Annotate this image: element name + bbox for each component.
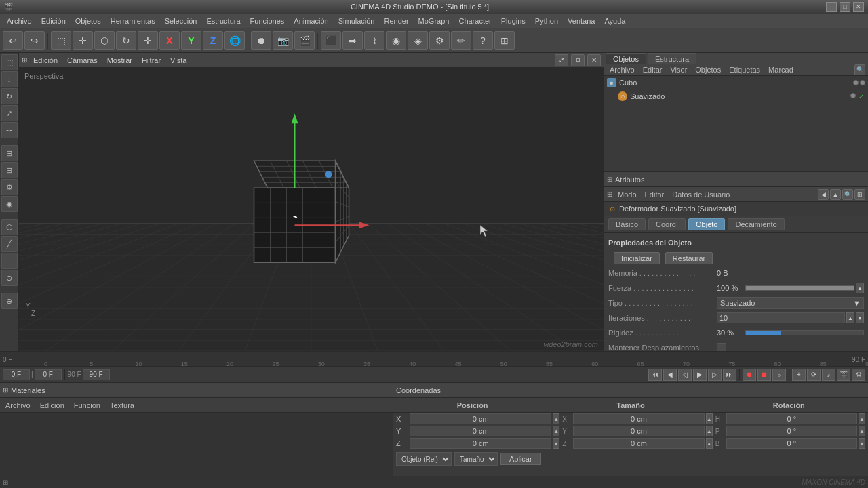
attr-iteraciones-up[interactable]: ▲ bbox=[846, 312, 854, 323]
menu-simulacion[interactable]: Simulación bbox=[334, 16, 379, 26]
menu-funciones[interactable]: Funciones bbox=[246, 16, 289, 26]
coord-y-pos-spin[interactable]: ▲ bbox=[553, 426, 559, 436]
tl-next-frame-btn[interactable]: ▷ bbox=[708, 369, 722, 381]
undo-button[interactable]: ↩ bbox=[3, 31, 23, 50]
coord-apply-btn[interactable]: Aplicar bbox=[500, 453, 541, 465]
tl-end-input[interactable] bbox=[83, 369, 110, 380]
attr-tab-basico[interactable]: Básico bbox=[608, 218, 646, 230]
scale-button[interactable]: ⬡ bbox=[94, 31, 115, 50]
sketch-button[interactable]: ✏ bbox=[451, 31, 471, 50]
menu-objetos[interactable]: Objetos bbox=[71, 16, 105, 26]
left-poly-button[interactable]: ⬡ bbox=[1, 219, 18, 235]
x-axis-button[interactable]: X bbox=[159, 31, 180, 50]
left-select-button[interactable]: ⊹ bbox=[1, 122, 18, 138]
attr-modo-btn[interactable]: Modo bbox=[615, 190, 639, 199]
obj-etiquetas-btn[interactable]: Etiquetas bbox=[726, 65, 763, 75]
left-scale-button[interactable]: ⤢ bbox=[1, 105, 18, 121]
coord-size-select[interactable]: Tamaño bbox=[454, 452, 498, 466]
tl-goto-start-btn[interactable]: ⏮ bbox=[648, 369, 662, 381]
close-button[interactable]: ✕ bbox=[853, 2, 864, 12]
menu-ventana[interactable]: Ventana bbox=[564, 16, 599, 26]
cube-button[interactable]: ⬛ bbox=[321, 31, 341, 50]
left-uv-button[interactable]: ⊙ bbox=[1, 270, 18, 286]
rotate-button[interactable]: ↻ bbox=[116, 31, 136, 50]
world-button[interactable]: 🌐 bbox=[224, 31, 245, 50]
left-edge-button[interactable]: ╱ bbox=[1, 236, 18, 252]
vp-close-btn[interactable]: ✕ bbox=[587, 54, 601, 66]
attr-search-btn[interactable]: 🔍 bbox=[842, 189, 853, 200]
obj-archivo-btn[interactable]: Archivo bbox=[607, 65, 637, 75]
obj-item-suavizado[interactable]: ⊙ Suavizado ✓ bbox=[604, 89, 868, 103]
tl-settings-btn[interactable]: ⚙ bbox=[852, 369, 865, 381]
mat-funcion-btn[interactable]: Función bbox=[71, 401, 103, 410]
coord-x-rot-input[interactable] bbox=[726, 413, 857, 424]
vp-edition-btn[interactable]: Edición bbox=[30, 56, 61, 65]
tl-audio-btn[interactable]: ♪ bbox=[822, 369, 835, 381]
y-axis-button[interactable]: Y bbox=[181, 31, 201, 50]
coord-y-pos-input[interactable] bbox=[410, 426, 551, 436]
tl-record-btn[interactable]: ⏺ bbox=[743, 369, 756, 381]
coord-y-size-spin[interactable]: ▲ bbox=[706, 426, 713, 436]
coord-mode-select[interactable]: Objeto (Rel) Mundial Local bbox=[396, 452, 452, 466]
left-move-button[interactable]: ↕ bbox=[1, 71, 18, 87]
coord-x-pos-spin[interactable]: ▲ bbox=[553, 413, 559, 424]
coord-z-rot-input[interactable] bbox=[726, 438, 857, 449]
menu-archivo[interactable]: Archivo bbox=[3, 16, 36, 26]
obj-dot-2[interactable] bbox=[860, 80, 865, 85]
add-button[interactable]: ✛ bbox=[138, 31, 158, 50]
tl-goto-end-btn[interactable]: ⏭ bbox=[723, 369, 736, 381]
attr-iteraciones-down[interactable]: ▼ bbox=[856, 312, 864, 323]
left-rotate-button[interactable]: ↻ bbox=[1, 88, 18, 104]
coord-y-rot-input[interactable] bbox=[726, 426, 857, 436]
attr-iteraciones-input[interactable] bbox=[717, 312, 845, 323]
tl-stop-btn[interactable]: ⏹ bbox=[757, 369, 771, 381]
coord-z-size-input[interactable] bbox=[573, 438, 704, 449]
coord-z-size-spin[interactable]: ▲ bbox=[706, 438, 713, 449]
attr-extra-btn[interactable]: ⊞ bbox=[854, 189, 865, 200]
tl-play-back-btn[interactable]: ◁ bbox=[678, 369, 692, 381]
vp-show-btn[interactable]: Mostrar bbox=[104, 56, 136, 65]
left-tool-button[interactable]: ⚙ bbox=[1, 179, 18, 195]
tl-play-btn[interactable]: ▶ bbox=[693, 369, 707, 381]
mat-edicion-btn[interactable]: Edición bbox=[37, 401, 67, 410]
coord-z-pos-input[interactable] bbox=[410, 438, 551, 449]
attr-fwd-btn[interactable]: ▲ bbox=[830, 189, 841, 200]
attr-tipo-dropdown[interactable]: Suavizado ▼ bbox=[717, 297, 864, 309]
obj-dot-1[interactable] bbox=[853, 80, 859, 85]
menu-seleccion[interactable]: Selección bbox=[161, 16, 201, 26]
coord-z-pos-spin[interactable]: ▲ bbox=[553, 438, 559, 449]
vp-maximize-btn[interactable]: ⤢ bbox=[555, 54, 568, 66]
menu-estructura[interactable]: Estructura bbox=[202, 16, 244, 26]
mat-textura-btn[interactable]: Textura bbox=[107, 401, 137, 410]
tl-current-input[interactable] bbox=[35, 369, 62, 380]
menu-python[interactable]: Python bbox=[531, 16, 562, 26]
obj-editar-btn[interactable]: Editar bbox=[640, 65, 665, 75]
coord-y-rot-spin[interactable]: ▲ bbox=[859, 426, 865, 436]
redo-button[interactable]: ↪ bbox=[24, 31, 45, 50]
mat-archivo-btn[interactable]: Archivo bbox=[3, 401, 33, 410]
arrow-button[interactable]: ➡ bbox=[342, 31, 363, 50]
attr-mantener-checkbox[interactable] bbox=[717, 343, 726, 351]
vp-cameras-btn[interactable]: Cámaras bbox=[64, 56, 101, 65]
maximize-button[interactable]: □ bbox=[840, 2, 850, 12]
vp-vista-btn[interactable]: Vista bbox=[167, 56, 190, 65]
question-button[interactable]: ? bbox=[473, 31, 493, 50]
menu-herramientas[interactable]: Herramientas bbox=[106, 16, 159, 26]
menu-mograph[interactable]: MoGraph bbox=[414, 16, 454, 26]
nurbs-button[interactable]: ◉ bbox=[386, 31, 406, 50]
obj-objetos-btn[interactable]: Objetos bbox=[692, 65, 724, 75]
attr-editar-btn[interactable]: Editar bbox=[642, 190, 667, 199]
z-axis-button[interactable]: Z bbox=[203, 31, 223, 50]
obj-marcad-btn[interactable]: Marcad bbox=[766, 65, 796, 75]
tl-prev-frame-btn[interactable]: ◀ bbox=[663, 369, 677, 381]
coord-x-pos-input[interactable] bbox=[410, 413, 551, 424]
left-snap-button[interactable]: ⊞ bbox=[1, 145, 18, 161]
vp-settings-btn[interactable]: ⚙ bbox=[571, 54, 585, 66]
coord-x-rot-spin[interactable]: ▲ bbox=[859, 413, 865, 424]
tl-add-key-btn[interactable]: + bbox=[792, 369, 806, 381]
left-point-button[interactable]: · bbox=[1, 253, 18, 269]
coord-y-size-input[interactable] bbox=[573, 426, 704, 436]
move-button[interactable]: ✛ bbox=[73, 31, 93, 50]
tl-fps-btn[interactable]: 🎬 bbox=[837, 369, 850, 381]
attr-inicializar-btn[interactable]: Inicializar bbox=[614, 252, 660, 264]
